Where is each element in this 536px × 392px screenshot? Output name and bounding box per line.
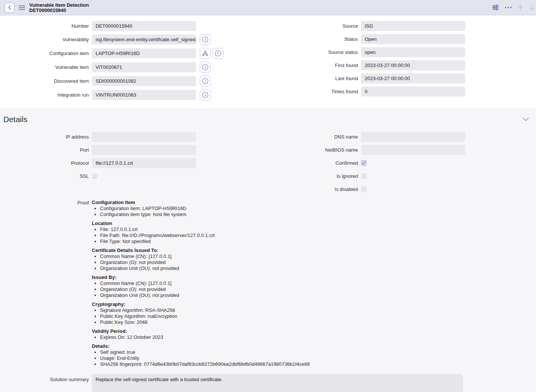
header-actions: [492, 4, 532, 11]
proof-item: Organization Unit (OU): not provided: [100, 265, 310, 271]
netbios-name-field[interactable]: [361, 145, 465, 155]
configuration-item-field[interactable]: LAPTOP-HS9RI16D: [92, 48, 196, 58]
configuration-item-label: Configuration item: [0, 51, 92, 56]
first-found-field[interactable]: 2023-03-27 00:00:00: [361, 60, 465, 70]
form-row: Protocolfile://127.0.0.1.crt: [0, 158, 268, 168]
ssl-checkbox[interactable]: [92, 173, 97, 179]
proof-item: Common Name (CN): [127.0.0.1]: [100, 280, 310, 286]
is-disabled-checkbox[interactable]: [361, 186, 367, 192]
integration-run-field[interactable]: VINTRUN0001063: [92, 90, 196, 100]
source-status-field[interactable]: open: [361, 47, 465, 57]
previous-record-arrow-up-icon[interactable]: [517, 4, 523, 11]
port-field[interactable]: [92, 145, 196, 155]
form-row: Is ignored: [268, 171, 536, 181]
port-label: Port: [0, 147, 92, 153]
proof-group-items: Configuration item: LAPTOP-HS9RI16DConfi…: [92, 206, 310, 218]
source-status-label: Source status: [268, 49, 361, 55]
proof-group-heading: Validity Period:: [92, 328, 310, 334]
vulnerability-field-buttons: [200, 34, 211, 45]
discovered-item-label: Discovered item: [0, 78, 92, 84]
next-record-arrow-down-icon[interactable]: [529, 4, 535, 11]
source-field[interactable]: ISG: [361, 21, 465, 31]
vulnerable-item-field[interactable]: VIT0020671: [92, 62, 196, 72]
form-row: First found2023-03-27 00:00:00: [268, 60, 536, 70]
proof-group-items: Expires On: 12 October 2023: [92, 334, 310, 340]
dns-name-field[interactable]: [361, 132, 465, 142]
last-found-field[interactable]: 2023-03-27 00:00:00: [361, 73, 465, 83]
proof-group-heading: Issued By:: [92, 274, 310, 280]
context-menu-icon[interactable]: [19, 5, 25, 10]
configuration-item-hierarchy-button[interactable]: [200, 48, 211, 59]
discovered-item-field-buttons: [200, 76, 211, 86]
form-row: DNS name: [268, 132, 536, 142]
proof-group-heading: Details:: [92, 343, 310, 349]
more-options-ellipsis-icon[interactable]: [505, 7, 512, 8]
main-form: NumberDET0000015940Vulnerabilityisg.file…: [0, 15, 536, 100]
proof-item: File Path: file:///D://Programs/webserve…: [100, 233, 310, 238]
discovered-item-info-button[interactable]: [200, 76, 211, 86]
personalize-form-sliders-icon[interactable]: [492, 4, 499, 11]
proof-item: Public Key Algorithm: rsaEncryption: [100, 313, 310, 319]
vulnerability-info-button[interactable]: [200, 34, 211, 45]
netbios-name-label: NetBIOS name: [268, 147, 361, 153]
proof-group-heading: Configuration Item: [92, 200, 310, 206]
times-found-field[interactable]: 0: [361, 86, 465, 97]
chevron-left-icon: [8, 5, 11, 10]
vulnerability-field[interactable]: isg.filesystem.end-entity.certificate.se…: [92, 34, 196, 45]
details-section-title: Details: [0, 115, 536, 124]
proof-group-items: Common Name (CN): [127.0.0.1]Organizatio…: [92, 280, 310, 298]
solution-summary-field: Solution summary Replace the self-signed…: [0, 374, 536, 392]
proof-item: Self signed: true: [100, 349, 310, 355]
configuration-item-info-button[interactable]: [213, 48, 223, 59]
form-row: SSL: [0, 171, 268, 181]
proof-item: Common Name (CN): [127.0.0.1]: [100, 253, 310, 259]
back-button[interactable]: [4, 3, 15, 13]
proof-item: Organization Unit (OU): not provided: [100, 292, 310, 298]
proof-group-details: Details:Self signed: trueUsage: End-Enti…: [92, 343, 310, 367]
proof-group-items: Signature Algorithm: RSA-SHA256Public Ke…: [92, 307, 310, 325]
integration-run-info-button[interactable]: [200, 89, 211, 100]
proof-group-issued-by: Issued By:Common Name (CN): [127.0.0.1]O…: [92, 274, 310, 298]
is-ignored-checkbox[interactable]: [361, 173, 367, 179]
proof-item: SHA256 fingerprint: 0774d6e43b0b07daf93c…: [100, 361, 310, 367]
solution-summary-textarea[interactable]: Replace the self-signed certificate with…: [92, 374, 463, 392]
number-field[interactable]: DET0000015940: [92, 21, 196, 31]
proof-item: Public Key Size: 2048: [100, 319, 310, 325]
vulnerable-item-field-buttons: [200, 62, 211, 73]
form-column-right: SourceISGStatusOpenSource statusopenFirs…: [268, 21, 536, 100]
form-row: NetBIOS name: [268, 145, 536, 155]
number-label: Number: [0, 23, 92, 29]
proof-group-cryptography: Cryptography:Signature Algorithm: RSA-SH…: [92, 301, 310, 325]
proof-item: Organization (O): not provided: [100, 286, 310, 292]
discovered-item-field[interactable]: SDI000000001082: [92, 76, 196, 86]
form-row: NumberDET0000015940: [0, 21, 268, 31]
source-label: Source: [268, 23, 361, 29]
form-row: Last found2023-03-27 00:00:00: [268, 73, 536, 83]
form-row: IP address: [0, 132, 268, 142]
record-title: Vulnerable Item Detection DET0000015940: [29, 3, 89, 13]
is-disabled-label: Is disabled: [268, 186, 361, 192]
details-column-left: IP addressPortProtocolfile://127.0.0.1.c…: [0, 132, 268, 181]
status-field[interactable]: Open: [361, 34, 465, 44]
vulnerability-label: Vulnerability: [0, 37, 92, 42]
proof-item: Signature Algorithm: RSA-SHA256: [100, 307, 310, 313]
details-collapse-chevron-icon[interactable]: [522, 117, 530, 122]
ip-address-label: IP address: [0, 134, 92, 140]
form-row: Integration runVINTRUN0001063: [0, 89, 268, 100]
proof-item: Usage: End-Entity: [100, 355, 310, 361]
form-row: Port: [0, 145, 268, 155]
page-title: Vulnerable Item Detection: [29, 3, 89, 7]
proof-item: Configuration item type: host file syste…: [100, 212, 310, 218]
protocol-field[interactable]: file://127.0.0.1.crt: [92, 158, 196, 168]
proof-group-heading: Cryptography:: [92, 301, 310, 307]
status-label: Status: [268, 36, 361, 42]
form-row: Is disabled: [268, 184, 536, 194]
confirmed-checkbox[interactable]: [361, 160, 367, 166]
vulnerable-item-info-button[interactable]: [200, 62, 211, 73]
ip-address-field[interactable]: [92, 132, 196, 142]
form-row: StatusOpen: [268, 34, 536, 44]
integration-run-label: Integration run: [0, 92, 92, 98]
form-row: Configuration itemLAPTOP-HS9RI16D: [0, 48, 268, 59]
confirmed-label: Confirmed: [268, 160, 361, 166]
form-header: Vulnerable Item Detection DET0000015940: [0, 0, 536, 15]
